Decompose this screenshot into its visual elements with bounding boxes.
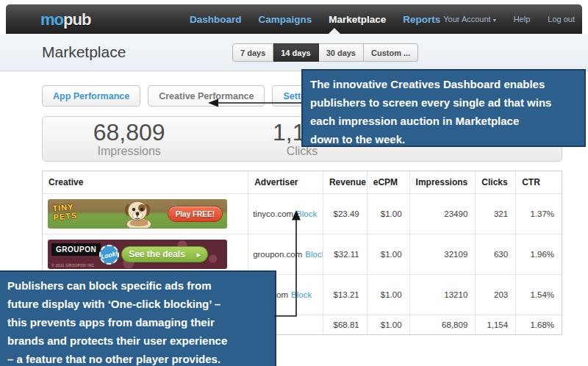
top-nav-bar: mopub Dashboard Campaigns Marketplace Re… bbox=[6, 4, 582, 34]
clicks-cell: 630 bbox=[475, 234, 515, 274]
ctr-cell: 1.96% bbox=[515, 234, 562, 274]
your-account-menu[interactable]: Your Account▾ bbox=[443, 15, 495, 24]
revenue-cell: $32.11 bbox=[323, 234, 367, 274]
date-range-14-days[interactable]: 14 days bbox=[273, 43, 318, 62]
active-nav-pointer-icon bbox=[329, 28, 340, 34]
groupon-logo: GROUPON bbox=[51, 243, 101, 256]
header-clicks: Clicks bbox=[475, 171, 515, 193]
mopub-logo[interactable]: mopub bbox=[40, 10, 90, 29]
clicks-cell: 321 bbox=[475, 194, 515, 234]
performance-tabs: App Performance Creative Performance Set… bbox=[42, 85, 331, 107]
revenue-cell: $13.21 bbox=[323, 275, 367, 315]
groupon-ad-banner: GROUPON Look! See the deals▸ © 2011 GROU… bbox=[48, 240, 227, 269]
nav-right-group: Your Account▾ Help Log out bbox=[443, 4, 575, 34]
logout-link[interactable]: Log out bbox=[548, 15, 575, 24]
totals-revenue-cell: $68.81 bbox=[323, 315, 367, 334]
page-title: Marketplace bbox=[42, 43, 126, 61]
nav-item-marketplace[interactable]: Marketplace bbox=[329, 14, 386, 25]
groupon-copyright: © 2011 GROUPON INC bbox=[51, 263, 94, 268]
tinypets-title: TINYPETS bbox=[52, 202, 78, 222]
clicks-cell: 203 bbox=[475, 275, 515, 315]
tinypets-play-free-button: Play FREE! bbox=[168, 206, 223, 222]
header-advertiser: Advertiser bbox=[248, 171, 323, 193]
creative-cell: TINYPETS ✽ Play FREE! bbox=[43, 194, 248, 234]
impressions-cell: 23490 bbox=[409, 194, 476, 234]
arrow-right-icon: ▸ bbox=[191, 251, 201, 259]
subheader: Marketplace 7 days 14 days 30 days Custo… bbox=[0, 34, 588, 71]
logo-mo: mo bbox=[40, 10, 63, 29]
stat-impressions-value: 68,809 bbox=[93, 120, 165, 145]
nav-item-dashboard[interactable]: Dashboard bbox=[190, 14, 242, 25]
date-range-selector: 7 days 14 days 30 days Custom ... bbox=[232, 43, 418, 62]
table-row: TINYPETS ✽ Play FREE! tinyco. bbox=[43, 193, 562, 234]
look-badge: Look! bbox=[97, 243, 121, 266]
nav-links: Dashboard Campaigns Marketplace Reports bbox=[190, 4, 440, 34]
block-link[interactable]: Block bbox=[291, 290, 312, 299]
groupon-see-deals-button: See the deals▸ bbox=[121, 246, 208, 262]
nav-item-campaigns[interactable]: Campaigns bbox=[259, 14, 312, 25]
header-impressions: Impressions bbox=[409, 171, 476, 193]
callout-one-click-blocking: Publishers can block specific ads from f… bbox=[0, 270, 276, 366]
advertiser-name: tinyco.com bbox=[253, 209, 293, 218]
table-header-row: Creative Advertiser Revenue eCPM Impress… bbox=[43, 171, 562, 193]
table-row: GROUPON Look! See the deals▸ © 2011 GROU… bbox=[43, 234, 562, 274]
callout-creatives-dashboard: The innovative Creatives Dashboard enabl… bbox=[301, 69, 586, 147]
advertiser-cell: groupon.comBlock bbox=[248, 234, 323, 274]
creative-cell: GROUPON Look! See the deals▸ © 2011 GROU… bbox=[43, 234, 248, 274]
advertiser-cell: tinyco.comBlock bbox=[248, 194, 323, 234]
tab-app-performance[interactable]: App Performance bbox=[42, 85, 140, 107]
header-revenue: Revenue bbox=[323, 171, 367, 193]
advertiser-name: groupon.com bbox=[253, 250, 302, 259]
ctr-cell: 1.37% bbox=[515, 194, 562, 234]
nav-item-reports[interactable]: Reports bbox=[403, 14, 440, 25]
advertiser-name: om bbox=[276, 290, 288, 299]
totals-clicks-cell: 1,154 bbox=[475, 315, 515, 334]
ecpm-cell: $1.00 bbox=[367, 234, 409, 274]
revenue-cell: $23.49 bbox=[323, 194, 367, 234]
header-ecpm: eCPM bbox=[367, 171, 409, 193]
logo-pub: pub bbox=[63, 10, 90, 29]
ecpm-cell: $1.00 bbox=[367, 194, 409, 234]
block-link[interactable]: Block bbox=[305, 250, 323, 259]
header-ctr: CTR bbox=[515, 171, 562, 193]
help-link[interactable]: Help bbox=[514, 15, 531, 24]
ctr-cell: 1.54% bbox=[515, 275, 562, 315]
block-link[interactable]: Block bbox=[296, 209, 317, 218]
chevron-down-icon: ▾ bbox=[493, 17, 496, 24]
cartoon-dog-icon bbox=[114, 200, 159, 228]
ecpm-cell: $1.00 bbox=[367, 275, 409, 315]
totals-ctr-cell: 1.68% bbox=[515, 315, 562, 334]
date-range-custom[interactable]: Custom ... bbox=[364, 43, 418, 62]
stat-impressions: 68,809 Impressions bbox=[43, 117, 215, 161]
impressions-cell: 13210 bbox=[409, 275, 476, 315]
date-range-7-days[interactable]: 7 days bbox=[232, 43, 273, 62]
impressions-cell: 32109 bbox=[409, 234, 476, 274]
date-range-30-days[interactable]: 30 days bbox=[319, 43, 364, 62]
totals-impressions-cell: 68,809 bbox=[409, 315, 476, 334]
tinypets-ad-banner: TINYPETS ✽ Play FREE! bbox=[48, 199, 227, 229]
header-creative: Creative bbox=[43, 171, 248, 193]
totals-ecpm-cell: $1.00 bbox=[367, 315, 409, 334]
tab-creative-performance[interactable]: Creative Performance bbox=[148, 85, 265, 107]
stat-impressions-label: Impressions bbox=[98, 145, 161, 158]
